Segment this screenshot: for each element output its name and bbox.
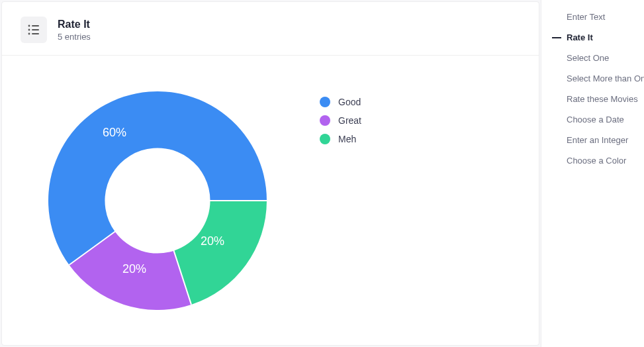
chart-legend: Good Great Meh	[320, 97, 361, 144]
sidebar-item-label: Select More than One	[567, 74, 644, 83]
sidebar-item-label: Choose a Color	[567, 156, 626, 166]
sidebar-item-label: Choose a Date	[567, 115, 624, 124]
field-type-icon	[21, 17, 47, 43]
sidebar-item-rate-it[interactable]: Rate It	[541, 27, 644, 48]
legend-swatch	[320, 134, 330, 144]
side-panel: Enter Text Rate It Select One Select Mor…	[541, 0, 644, 347]
sidebar-item-choose-a-date[interactable]: Choose a Date	[541, 109, 644, 130]
legend-swatch	[320, 97, 330, 107]
legend-item-great[interactable]: Great	[320, 115, 361, 126]
sidebar-item-label: Select One	[567, 53, 609, 63]
svg-rect-3	[32, 25, 39, 26]
legend-label: Good	[338, 97, 361, 107]
sidebar-item-rate-these-movies[interactable]: Rate these Movies	[541, 89, 644, 109]
sidebar-item-label: Enter Text	[567, 12, 605, 22]
donut-chart: 60% 20% 20%	[48, 91, 267, 310]
main-panel: Rate It 5 entries	[1, 1, 539, 346]
legend-label: Great	[338, 115, 361, 126]
card-subtitle: 5 entries	[58, 32, 91, 42]
card-header: Rate It 5 entries	[2, 2, 539, 56]
sidebar-item-choose-a-color[interactable]: Choose a Color	[541, 150, 644, 171]
active-indicator	[552, 37, 561, 38]
chart-area: 60% 20% 20% Good Great Meh	[2, 56, 539, 345]
sidebar-item-label: Enter an Integer	[567, 135, 628, 145]
svg-point-0	[28, 25, 30, 27]
sidebar-item-enter-text[interactable]: Enter Text	[541, 7, 644, 27]
svg-point-2	[28, 33, 30, 35]
sidebar-item-select-more-than-one[interactable]: Select More than One	[541, 68, 644, 89]
svg-rect-4	[32, 29, 39, 30]
card-title: Rate It	[58, 19, 91, 30]
donut-svg-overlay	[48, 91, 267, 310]
legend-swatch	[320, 115, 330, 126]
sidebar-item-label: Rate It	[567, 32, 593, 42]
sidebar-item-enter-an-integer[interactable]: Enter an Integer	[541, 130, 644, 150]
legend-item-meh[interactable]: Meh	[320, 134, 361, 144]
list-icon	[27, 23, 40, 36]
svg-rect-5	[32, 33, 39, 34]
header-text: Rate It 5 entries	[58, 19, 91, 42]
sidebar-item-select-one[interactable]: Select One	[541, 48, 644, 68]
legend-item-good[interactable]: Good	[320, 97, 361, 107]
legend-label: Meh	[338, 134, 356, 144]
svg-point-1	[28, 29, 30, 31]
sidebar-item-label: Rate these Movies	[567, 94, 638, 104]
app-root: Rate It 5 entries	[0, 0, 644, 347]
